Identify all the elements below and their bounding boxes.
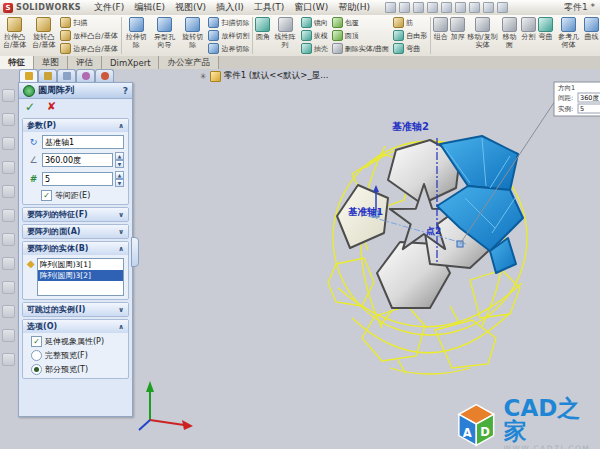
tab-featuremanager[interactable] (38, 69, 57, 82)
section-bodies-header[interactable]: 要阵列的实体(B) ∧ (23, 242, 128, 255)
dome-button[interactable]: 圆顶 (332, 30, 389, 41)
boundary-boss-button[interactable]: 边界凸台/基体 (60, 43, 117, 54)
wrap-button[interactable]: 包覆 (332, 17, 389, 28)
axis1-label[interactable]: 基准轴1 (348, 206, 383, 217)
display-style-icon[interactable]: ◪ (389, 69, 398, 70)
section-features-header[interactable]: 要阵列的特征(F) ∨ (23, 208, 128, 221)
propagate-visual-properties-checkbox[interactable]: ✓ (31, 336, 42, 347)
lofted-boss-button[interactable]: 放样凸台/基体 (60, 30, 117, 41)
full-preview-radio[interactable] (31, 350, 42, 361)
open-file-icon[interactable] (399, 2, 410, 13)
section-view-icon[interactable]: ◧ (355, 69, 364, 70)
tree-root-label[interactable]: 零件1 (默认<<默认>_显... (224, 70, 329, 82)
thicken-button[interactable]: 加厚 (449, 15, 466, 56)
panel-resize-grip[interactable] (131, 237, 139, 267)
menu-insert[interactable]: 插入(I) (211, 0, 249, 15)
draft-button[interactable]: 拔模 (301, 30, 328, 41)
partial-preview-radio[interactable] (31, 364, 42, 375)
instance-count-input[interactable]: 5 (42, 172, 113, 186)
file-properties-icon[interactable] (483, 2, 494, 13)
left-toolbar-icon[interactable] (2, 137, 15, 150)
revolved-boss-base-button[interactable]: 旋转凸台/基体 (29, 15, 58, 56)
chevron-down-icon[interactable]: ∨ (118, 211, 124, 219)
left-toolbar-icon[interactable] (2, 209, 15, 222)
boundary-cut-button[interactable]: 边界切除 (208, 43, 249, 54)
list-item[interactable]: 阵列(圆周)3[1] (38, 259, 123, 270)
chevron-down-icon[interactable]: ∨ (118, 228, 124, 236)
menu-file[interactable]: 文件(F) (89, 0, 129, 15)
tab-evaluate[interactable]: 评估 (68, 56, 102, 69)
fillet-button[interactable]: 圆角 (254, 15, 271, 56)
tab-office-products[interactable]: 办公室产品 (159, 56, 219, 69)
hide-show-items-icon[interactable]: ◔ (409, 69, 418, 70)
flex-button[interactable]: 弯曲 (537, 15, 554, 56)
left-toolbar-icon[interactable] (2, 281, 15, 294)
flyout-feature-tree[interactable]: ✳ 零件1 (默认<<默认>_显... (200, 70, 328, 82)
section-options-header[interactable]: 选项(O) ∧ (23, 320, 128, 333)
flex-small-button[interactable]: 弯曲 (393, 43, 427, 54)
section-faces-header[interactable]: 要阵列的面(A) ∨ (23, 225, 128, 238)
chevron-down-icon[interactable]: ∨ (118, 306, 124, 314)
rebuild-icon[interactable] (469, 2, 480, 13)
pattern-axis-input[interactable]: 基准轴1 (42, 135, 124, 149)
menu-edit[interactable]: 编辑(E) (129, 0, 170, 15)
appearances-icon[interactable]: ◕ (429, 69, 438, 70)
swept-cut-button[interactable]: 扫描切除 (208, 17, 249, 28)
menu-help[interactable]: 帮助(H) (333, 0, 375, 15)
left-toolbar-icon[interactable] (2, 161, 15, 174)
pattern-callout[interactable]: 方向1 间距: 360度 实例: 5 (554, 82, 600, 116)
axis2-label[interactable]: 基准轴2 (392, 121, 429, 132)
angle-spinner[interactable]: ▲▼ (115, 152, 124, 168)
zoom-to-area-icon[interactable]: ⊙ (342, 69, 350, 70)
instance-count-spinner[interactable]: ▲▼ (115, 171, 124, 187)
split-button[interactable]: 分割 (520, 15, 537, 56)
tab-displaymanager[interactable] (95, 69, 114, 82)
undo-icon[interactable] (441, 2, 452, 13)
help-icon[interactable]: ? (123, 86, 128, 96)
ok-button[interactable]: ✓ (25, 101, 35, 113)
left-toolbar-icon[interactable] (2, 329, 15, 342)
section-skip-header[interactable]: 可跳过的实例(I) ∨ (23, 303, 128, 316)
tab-features[interactable]: 特征 (0, 56, 34, 69)
linear-pattern-button[interactable]: 线性阵列 (271, 15, 298, 56)
extruded-boss-base-button[interactable]: 拉伸凸台/基体 (0, 15, 29, 56)
swept-boss-button[interactable]: 扫描 (60, 17, 117, 28)
revolved-cut-button[interactable]: 旋转切除 (179, 15, 206, 56)
extruded-cut-button[interactable]: 拉伸切除 (123, 15, 150, 56)
list-item-selected[interactable]: 阵列(圆周)3[2] (38, 270, 123, 281)
tab-sketch[interactable]: 草图 (34, 56, 68, 69)
lofted-cut-button[interactable]: 放样切割 (208, 30, 249, 41)
left-toolbar-icon[interactable] (2, 257, 15, 270)
tree-expand-icon[interactable]: ✳ (200, 72, 207, 81)
graphics-area[interactable]: 基准轴2 基准轴1 点2 方向1 间距: 360度 实例: 5 (0, 69, 600, 449)
combine-button[interactable]: 组合 (432, 15, 449, 56)
angle-input[interactable]: 360.00度 (42, 153, 113, 167)
curves-button[interactable]: 曲线 (583, 15, 600, 56)
redo-icon[interactable] (455, 2, 466, 13)
move-face-button[interactable]: 移动面 (499, 15, 520, 56)
save-icon[interactable] (413, 2, 424, 13)
left-toolbar-icon[interactable] (2, 89, 15, 102)
reference-geometry-button[interactable]: 参考几何体 (554, 15, 583, 56)
new-file-icon[interactable] (385, 2, 396, 13)
menu-view[interactable]: 视图(V) (170, 0, 211, 15)
left-toolbar-icon[interactable] (2, 353, 15, 366)
tab-dimxpert[interactable]: DimXpert (102, 56, 159, 69)
chevron-up-icon[interactable]: ∧ (118, 323, 124, 331)
rib-button[interactable]: 筋 (393, 17, 427, 28)
print-icon[interactable] (427, 2, 438, 13)
hole-wizard-button[interactable]: 异型孔向导 (150, 15, 179, 56)
chevron-up-icon[interactable]: ∧ (118, 122, 124, 130)
left-toolbar-icon[interactable] (2, 233, 15, 246)
mirror-button[interactable]: 镜向 (301, 17, 328, 28)
cancel-button[interactable]: ✘ (47, 101, 56, 113)
move-copy-body-button[interactable]: 移动/复制实体 (466, 15, 499, 56)
point2-label[interactable]: 点2 (426, 226, 441, 236)
tab-dimxpertmanager[interactable] (76, 69, 95, 82)
tab-propertymanager[interactable] (19, 69, 38, 82)
left-toolbar-icon[interactable] (2, 305, 15, 318)
freeform-button[interactable]: 自由形 (393, 30, 427, 41)
shell-button[interactable]: 抽壳 (301, 43, 328, 54)
left-toolbar-icon[interactable] (2, 113, 15, 126)
options-icon[interactable] (497, 2, 508, 13)
